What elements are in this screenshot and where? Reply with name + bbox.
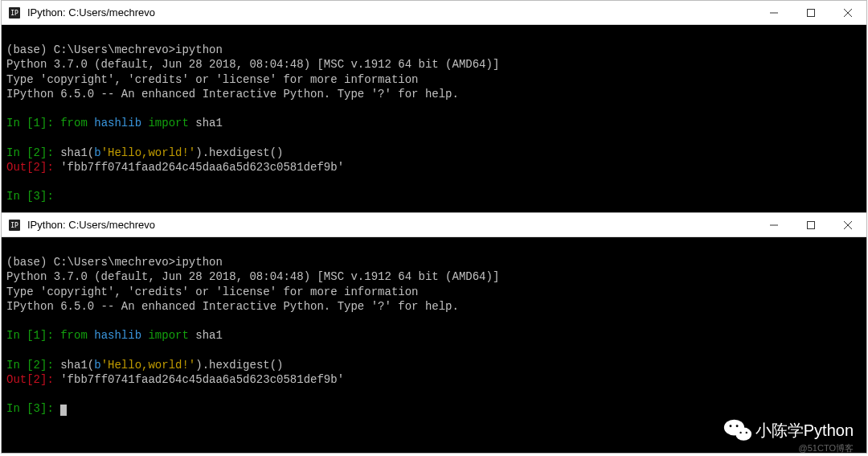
call-close: ).hexdigest() <box>195 359 283 372</box>
python-version: Python 3.7.0 (default, Jun 28 2018, 08:0… <box>6 270 499 283</box>
cursor <box>60 405 67 416</box>
in-prompt-2: In [2]: <box>6 146 54 159</box>
string-literal: 'Hello,world!' <box>101 359 196 372</box>
watermark-text: 小陈学Python <box>755 420 854 442</box>
out-value: 'fbb7ff0741faad264c45daa6a5d623c0581def9… <box>60 161 344 174</box>
svg-point-15 <box>735 425 738 427</box>
maximize-button[interactable] <box>792 213 829 236</box>
window-title-2: IPython: C:Users/mechrevo <box>27 219 755 231</box>
in-prompt-2: In [2]: <box>6 359 54 372</box>
svg-rect-9 <box>808 221 815 228</box>
maximize-button[interactable] <box>792 1 829 24</box>
bytes-prefix: b <box>94 359 100 372</box>
svg-point-16 <box>739 432 741 433</box>
call-open: sha1( <box>60 146 94 159</box>
bytes-prefix: b <box>94 146 100 159</box>
wechat-icon <box>723 417 752 443</box>
call-open: sha1( <box>60 359 94 372</box>
kw-from: from <box>60 329 88 342</box>
in-prompt-1: In [1]: <box>6 117 54 129</box>
titlebar-2[interactable]: IP IPython: C:Users/mechrevo <box>2 213 866 237</box>
copyright-line: Type 'copyright', 'credits' or 'license'… <box>6 73 418 86</box>
kw-from: from <box>60 117 88 129</box>
watermark: 小陈学Python <box>723 417 854 443</box>
window-controls-2 <box>755 213 866 236</box>
close-button[interactable] <box>829 1 866 24</box>
watermark-subtext: @51CTO博客 <box>799 442 854 454</box>
string-literal: 'Hello,world!' <box>101 146 196 159</box>
python-version: Python 3.7.0 (default, Jun 28 2018, 08:0… <box>6 58 499 71</box>
ipython-banner: IPython 6.5.0 -- An enhanced Interactive… <box>6 300 459 313</box>
in-prompt-3: In [3]: <box>6 402 54 415</box>
window-controls-1 <box>755 1 866 24</box>
svg-point-13 <box>735 428 751 441</box>
terminal-window-1: IP IPython: C:Users/mechrevo (base) C:\U… <box>1 0 867 212</box>
module-name: hashlib <box>94 117 141 129</box>
svg-text:IP: IP <box>10 222 18 229</box>
kw-import: import <box>148 329 188 342</box>
in-prompt-3: In [3]: <box>6 190 54 203</box>
import-target: sha1 <box>195 117 223 129</box>
terminal-output-1[interactable]: (base) C:\Users\mechrevo>ipython Python … <box>2 25 866 223</box>
call-close: ).hexdigest() <box>195 146 283 159</box>
import-target: sha1 <box>195 329 223 342</box>
ipython-icon: IP <box>8 6 21 19</box>
minimize-button[interactable] <box>755 1 792 24</box>
copyright-line: Type 'copyright', 'credits' or 'license'… <box>6 286 418 298</box>
minimize-button[interactable] <box>755 213 792 236</box>
svg-point-14 <box>729 425 731 427</box>
ipython-icon: IP <box>8 219 21 232</box>
close-button[interactable] <box>829 213 866 236</box>
shell-prompt: (base) C:\Users\mechrevo>ipython <box>6 43 223 56</box>
out-value: 'fbb7ff0741faad264c45daa6a5d623c0581def9… <box>60 373 344 386</box>
module-name: hashlib <box>94 329 141 342</box>
svg-text:IP: IP <box>10 10 18 17</box>
svg-rect-3 <box>808 9 815 16</box>
window-title-1: IPython: C:Users/mechrevo <box>27 6 755 18</box>
terminal-output-2[interactable]: (base) C:\Users\mechrevo>ipython Python … <box>2 237 866 435</box>
svg-point-17 <box>745 432 747 433</box>
out-prompt-2: Out[2]: <box>6 373 54 386</box>
shell-prompt: (base) C:\Users\mechrevo>ipython <box>6 256 223 269</box>
titlebar-1[interactable]: IP IPython: C:Users/mechrevo <box>2 1 866 25</box>
in-prompt-1: In [1]: <box>6 329 54 342</box>
ipython-banner: IPython 6.5.0 -- An enhanced Interactive… <box>6 88 459 101</box>
kw-import: import <box>148 117 188 129</box>
out-prompt-2: Out[2]: <box>6 161 54 174</box>
